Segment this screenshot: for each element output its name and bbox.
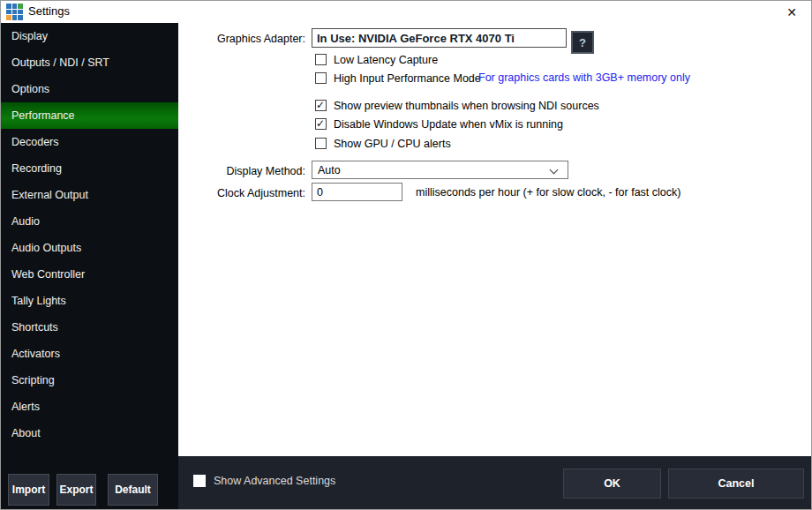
low-latency-capture-checkbox[interactable] <box>315 54 327 65</box>
high-input-note: For graphics cards with 3GB+ memory only <box>478 71 690 85</box>
window-title: Settings <box>28 1 70 22</box>
display-method-label: Display Method: <box>226 165 305 177</box>
sidebar-item-alerts[interactable]: Alerts <box>1 394 178 420</box>
sidebar-item-outputs-ndi-srt[interactable]: Outputs / NDI / SRT <box>1 49 178 76</box>
checkbox-label: Disable Windows Update when vMix is runn… <box>334 118 563 131</box>
ndi-thumbnails-checkbox[interactable] <box>315 100 327 111</box>
high-input-performance-row[interactable]: High Input Performance Mode <box>315 71 481 85</box>
display-method-value: Auto <box>318 164 341 176</box>
clock-adjustment-hint: milliseconds per hour (+ for slow clock,… <box>416 186 680 199</box>
sidebar-item-performance[interactable]: Performance <box>1 102 178 129</box>
high-input-performance-checkbox[interactable] <box>315 72 327 84</box>
disable-windows-update-checkbox[interactable] <box>315 118 327 130</box>
checkbox-label: High Input Performance Mode <box>334 72 481 85</box>
cancel-button[interactable]: Cancel <box>668 469 804 499</box>
show-advanced-settings-label: Show Advanced Settings <box>214 475 335 487</box>
import-button[interactable]: Import <box>8 474 49 506</box>
ndi-thumbnails-row[interactable]: Show preview thumbnails when browsing ND… <box>315 99 599 112</box>
sidebar-item-decoders[interactable]: Decoders <box>1 129 178 155</box>
sidebar-item-about[interactable]: About <box>1 420 178 446</box>
sidebar-item-scripting[interactable]: Scripting <box>1 367 178 394</box>
sidebar-item-shortcuts[interactable]: Shortcuts <box>1 314 178 341</box>
export-button[interactable]: Export <box>56 474 96 506</box>
ok-button[interactable]: OK <box>563 469 661 499</box>
sidebar: Display Outputs / NDI / SRT Options Perf… <box>1 23 178 510</box>
sidebar-item-activators[interactable]: Activators <box>1 341 178 367</box>
help-button[interactable]: ? <box>571 31 594 54</box>
checkbox-label: Show preview thumbnails when browsing ND… <box>334 100 599 112</box>
show-advanced-settings-checkbox[interactable] <box>193 475 206 487</box>
sidebar-item-options[interactable]: Options <box>1 76 178 102</box>
gpu-cpu-alerts-checkbox[interactable] <box>315 138 327 149</box>
low-latency-capture-row[interactable]: Low Latency Capture <box>315 53 438 66</box>
sidebar-item-display[interactable]: Display <box>1 23 178 49</box>
graphics-adapter-label: Graphics Adapter: <box>217 33 305 45</box>
default-button[interactable]: Default <box>108 474 158 506</box>
sidebar-item-audio-outputs[interactable]: Audio Outputs <box>1 235 178 261</box>
graphics-adapter-field[interactable] <box>312 28 567 48</box>
sidebar-item-audio[interactable]: Audio <box>1 208 178 235</box>
disable-windows-update-row[interactable]: Disable Windows Update when vMix is runn… <box>315 117 563 131</box>
vmix-logo-icon <box>6 4 23 20</box>
show-advanced-settings-row[interactable]: Show Advanced Settings <box>193 475 335 487</box>
chevron-down-icon <box>550 166 559 175</box>
display-method-select[interactable]: Auto <box>312 161 568 179</box>
sidebar-item-web-controller[interactable]: Web Controller <box>1 261 178 288</box>
sidebar-item-recording[interactable]: Recording <box>1 155 178 182</box>
checkbox-label: Low Latency Capture <box>334 54 438 66</box>
title-bar: Settings ✕ <box>1 1 811 23</box>
sidebar-item-external-output[interactable]: External Output <box>1 182 178 208</box>
checkbox-label: Show GPU / CPU alerts <box>334 138 451 150</box>
settings-window: Settings ✕ Display Outputs / NDI / SRT O… <box>0 0 812 510</box>
close-icon[interactable]: ✕ <box>778 1 806 23</box>
clock-adjustment-label: Clock Adjustment: <box>217 187 305 199</box>
sidebar-item-tally-lights[interactable]: Tally Lights <box>1 288 178 314</box>
clock-adjustment-field[interactable] <box>312 183 402 201</box>
gpu-cpu-alerts-row[interactable]: Show GPU / CPU alerts <box>315 137 451 150</box>
